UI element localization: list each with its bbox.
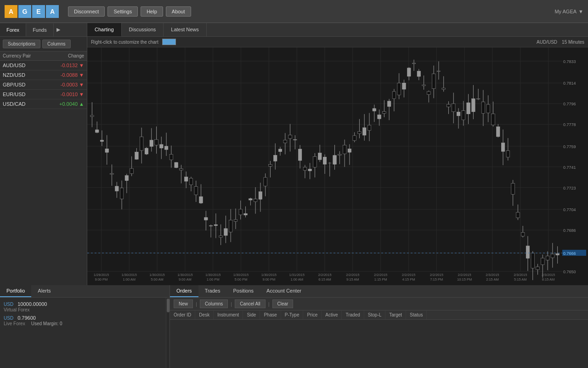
currency-row[interactable]: AUD/USD -0.0132 ▼	[0, 61, 87, 70]
chart-color-picker[interactable]	[162, 39, 176, 45]
settings-button[interactable]: Settings	[107, 6, 138, 17]
tab-funds[interactable]: Funds	[26, 23, 54, 36]
orders-area: Orders Trades Positions Account Center N…	[170, 285, 588, 368]
currency-table: Currency Pair Change AUD/USD -0.0132 ▼ N…	[0, 52, 87, 285]
chart-toolbar: Right-click to customize the chart AUD/U…	[87, 37, 588, 47]
svg-text:10:15 PM: 10:15 PM	[457, 277, 472, 282]
svg-text:0.7723: 0.7723	[563, 186, 576, 190]
svg-rect-43	[125, 175, 129, 180]
svg-text:0.7650: 0.7650	[563, 270, 576, 274]
svg-rect-115	[303, 167, 307, 170]
portfolio-virtual-label: Virtual Forex	[4, 307, 30, 312]
pair-name: GBP/USD	[3, 82, 52, 87]
about-button[interactable]: About	[166, 6, 191, 17]
svg-text:1/30/2015: 1/30/2015	[177, 273, 192, 277]
pair-name: NZD/USD	[3, 72, 52, 78]
tab-alerts[interactable]: Alerts	[31, 285, 57, 297]
svg-rect-149	[387, 101, 391, 107]
columns-order-button[interactable]: Columns	[200, 299, 228, 308]
svg-rect-157	[407, 68, 411, 76]
tab-discussions[interactable]: Discussions	[122, 23, 164, 36]
orders-col-header[interactable]: Side	[243, 310, 260, 319]
svg-text:2/3/2015: 2/3/2015	[542, 273, 555, 277]
svg-text:9:00 PM: 9:00 PM	[262, 277, 275, 282]
svg-text:0.7741: 0.7741	[563, 165, 576, 170]
chart-svg: 0.78330.78140.77960.77780.77590.77410.77…	[87, 47, 588, 285]
svg-rect-99	[264, 178, 267, 186]
change-value: -0.0003 ▼	[52, 82, 84, 87]
svg-rect-139	[362, 128, 366, 135]
svg-text:2/2/2015: 2/2/2015	[318, 273, 331, 277]
orders-toolbar: New | Columns | Cancel All | Clear	[170, 298, 588, 310]
disconnect-button[interactable]: Disconnect	[68, 6, 105, 17]
tab-forex[interactable]: Forex	[0, 23, 26, 36]
svg-rect-57	[160, 144, 164, 148]
svg-rect-163	[422, 85, 426, 86]
svg-rect-137	[358, 132, 362, 134]
svg-rect-195	[501, 143, 505, 152]
change-value: -0.0088 ▼	[52, 72, 84, 78]
svg-rect-33	[100, 140, 104, 142]
my-agea-menu[interactable]: My AGEA ▼	[554, 9, 583, 14]
orders-col-header[interactable]: Status	[406, 310, 427, 319]
svg-rect-89	[239, 209, 243, 215]
currency-row[interactable]: NZD/USD -0.0088 ▼	[0, 70, 87, 80]
svg-rect-127	[333, 155, 337, 164]
columns-button[interactable]: Columns	[42, 40, 70, 48]
svg-rect-199	[511, 184, 515, 195]
scroll-thumb[interactable]	[167, 299, 170, 312]
svg-text:2/2/2015: 2/2/2015	[346, 273, 359, 277]
tab-orders[interactable]: Orders	[170, 285, 198, 297]
portfolio-usd2-label: USD	[4, 316, 13, 321]
svg-rect-211	[541, 258, 545, 264]
svg-rect-169	[437, 71, 441, 72]
svg-rect-161	[417, 71, 421, 77]
currency-row[interactable]: GBP/USD -0.0003 ▼	[0, 80, 87, 90]
orders-col-header[interactable]: Traded	[342, 310, 364, 319]
currency-row[interactable]: EUR/USD -0.0010 ▼	[0, 90, 87, 99]
scrollbar[interactable]	[166, 298, 170, 368]
clear-button[interactable]: Clear	[272, 299, 294, 308]
svg-rect-133	[348, 149, 351, 152]
orders-col-header[interactable]: Active	[322, 310, 342, 319]
svg-rect-63	[175, 162, 178, 167]
svg-rect-155	[402, 83, 406, 89]
help-button[interactable]: Help	[141, 6, 163, 17]
tab-more-arrow[interactable]: ▶	[54, 23, 63, 36]
orders-col-header[interactable]: Price	[303, 310, 322, 319]
orders-col-header[interactable]: P-Type	[281, 310, 304, 319]
tab-latest-news[interactable]: Latest News	[164, 23, 207, 36]
svg-rect-67	[184, 177, 188, 181]
svg-rect-103	[273, 155, 277, 161]
orders-col-header[interactable]: Target	[385, 310, 406, 319]
chart-container[interactable]: 0.78330.78140.77960.77780.77590.77410.77…	[87, 47, 588, 285]
currency-row[interactable]: USD/CAD +0.0040 ▲	[0, 99, 87, 109]
change-value: -0.0010 ▼	[52, 92, 84, 97]
orders-col-header[interactable]: Desk	[195, 310, 214, 319]
svg-rect-203	[521, 232, 525, 236]
tab-portfolio[interactable]: Portfolio	[0, 285, 31, 297]
svg-text:7:15 PM: 7:15 PM	[430, 277, 443, 282]
svg-text:2:15 AM: 2:15 AM	[486, 277, 499, 282]
tab-account-center[interactable]: Account Center	[260, 285, 308, 297]
logo: A G E A	[5, 5, 59, 18]
orders-col-header[interactable]: Stop-L	[364, 310, 385, 319]
cancel-all-button[interactable]: Cancel All	[235, 299, 265, 308]
new-order-button[interactable]: New	[174, 299, 193, 308]
orders-tab-bar: Orders Trades Positions Account Center	[170, 285, 588, 298]
orders-col-header[interactable]: Order ID	[170, 310, 195, 319]
tab-trades[interactable]: Trades	[198, 285, 227, 297]
tab-positions[interactable]: Positions	[226, 285, 260, 297]
subscriptions-button[interactable]: Subscriptions	[3, 40, 40, 48]
orders-col-header[interactable]: Phase	[260, 310, 281, 319]
svg-text:1/30/2015: 1/30/2015	[149, 273, 164, 277]
portfolio-usd-label: USD	[4, 302, 13, 307]
svg-text:2/2/2015: 2/2/2015	[374, 273, 387, 277]
svg-rect-123	[323, 157, 327, 164]
svg-rect-47	[135, 152, 139, 159]
orders-header: Order IDDeskInstrumentSidePhaseP-TypePri…	[170, 310, 588, 320]
svg-rect-141	[368, 125, 371, 131]
orders-col-header[interactable]: Instrument	[214, 310, 243, 319]
tab-charting[interactable]: Charting	[87, 23, 122, 36]
svg-text:2/2/2015: 2/2/2015	[402, 273, 415, 277]
